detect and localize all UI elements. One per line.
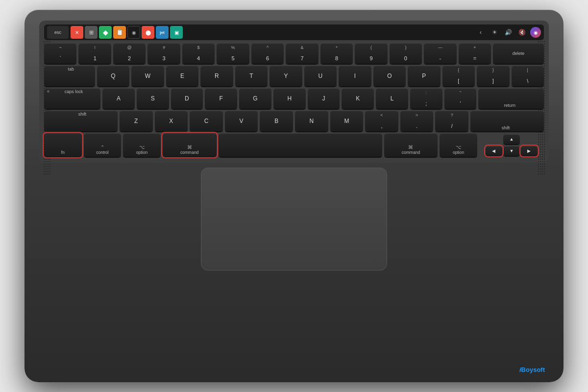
zxcv-row: shift Z X C V B N M <, >. ?/ shift xyxy=(44,111,544,131)
key-s[interactable]: S xyxy=(137,88,169,109)
key-h[interactable]: H xyxy=(273,88,306,109)
tb-record-icon[interactable]: ⬤ xyxy=(142,26,154,39)
key-b[interactable]: B xyxy=(260,111,293,131)
key-arrow-left[interactable]: ◀ xyxy=(486,146,502,156)
key-4[interactable]: $4 xyxy=(182,43,215,64)
key-1[interactable]: !1 xyxy=(78,43,111,64)
key-slash[interactable]: ?/ xyxy=(435,111,468,131)
key-3[interactable]: #3 xyxy=(147,43,180,64)
key-l[interactable]: L xyxy=(376,88,408,109)
key-delete[interactable]: delete xyxy=(493,43,544,64)
key-k[interactable]: K xyxy=(342,88,374,109)
key-e[interactable]: E xyxy=(166,66,198,86)
key-n[interactable]: N xyxy=(295,111,328,131)
key-r[interactable]: R xyxy=(200,66,233,86)
key-shift-left[interactable]: shift xyxy=(44,111,118,131)
key-g[interactable]: G xyxy=(239,88,271,109)
tb-teal-icon[interactable]: ▣ xyxy=(170,26,183,39)
trackpad-area xyxy=(39,168,549,377)
key-fn[interactable]: fn xyxy=(44,133,82,157)
key-y[interactable]: Y xyxy=(270,66,302,86)
key-w[interactable]: W xyxy=(131,66,164,86)
key-comma[interactable]: <, xyxy=(365,111,398,131)
key-j[interactable]: J xyxy=(308,88,340,109)
touchbar-app-icons: ✕ ⊞ ◆ 📋 ◉ ⬤ jet ▣ xyxy=(71,26,473,39)
key-command-right[interactable]: ⌘ command xyxy=(384,133,438,157)
key-arrow-right[interactable]: ▶ xyxy=(521,146,538,156)
tb-mute-icon[interactable]: 🔇 xyxy=(516,29,527,36)
key-period[interactable]: >. xyxy=(400,111,434,131)
key-7[interactable]: &7 xyxy=(286,43,318,64)
key-caps-lock[interactable]: caps lock xyxy=(44,88,100,109)
number-row: ~` !1 @2 #3 $4 %5 ^6 &7 xyxy=(44,43,544,64)
key-0[interactable]: )0 xyxy=(390,43,422,64)
key-z[interactable]: Z xyxy=(120,111,153,131)
key-c[interactable]: C xyxy=(190,111,223,131)
tb-brightness-icon[interactable]: ☀ xyxy=(489,29,500,36)
key-quote[interactable]: "' xyxy=(444,88,477,109)
key-control[interactable]: ⌃ control xyxy=(84,133,122,157)
key-2[interactable]: @2 xyxy=(113,43,146,64)
key-9[interactable]: (9 xyxy=(355,43,387,64)
key-8[interactable]: *8 xyxy=(320,43,353,64)
key-t[interactable]: T xyxy=(235,66,268,86)
laptop: // Will render via JS below esc ✕ ⊞ ◆ 📋 … xyxy=(24,10,564,382)
modifier-row: fn ⌃ control ⌥ option ⌘ xyxy=(44,133,544,157)
key-return[interactable]: return xyxy=(478,88,544,109)
key-f[interactable]: F xyxy=(205,88,237,109)
keyboard: esc ✕ ⊞ ◆ 📋 ◉ ⬤ jet ▣ ‹ ☀ 🔊 🔇 ◉ xyxy=(39,21,549,163)
key-a[interactable]: A xyxy=(102,88,135,109)
watermark: iBoysoft xyxy=(519,366,545,373)
key-option-right[interactable]: ⌥ option xyxy=(440,133,477,157)
key-arrow-up[interactable]: ▲ xyxy=(503,134,520,144)
key-d[interactable]: D xyxy=(171,88,203,109)
tb-chevron-icon[interactable]: ‹ xyxy=(475,29,486,36)
tb-notes-icon[interactable]: 📋 xyxy=(113,26,126,39)
asdf-row: caps lock A S D F G H J K L :; "' return xyxy=(44,88,544,109)
key-p[interactable]: P xyxy=(408,66,440,86)
key-q[interactable]: Q xyxy=(97,66,129,86)
key-bracket-r[interactable]: }] xyxy=(477,66,509,86)
key-bracket-l[interactable]: {[ xyxy=(442,66,475,86)
tb-leaf-icon[interactable]: ◆ xyxy=(99,26,112,39)
tb-jet-icon[interactable]: jet xyxy=(156,26,169,39)
key-6[interactable]: ^6 xyxy=(251,43,284,64)
qwerty-row: tab Q W E R T Y U I O P {[ }] |\ xyxy=(44,66,544,86)
key-space[interactable] xyxy=(219,133,382,157)
touch-bar: esc ✕ ⊞ ◆ 📋 ◉ ⬤ jet ▣ ‹ ☀ 🔊 🔇 ◉ xyxy=(44,24,544,40)
key-tilde[interactable]: ~` xyxy=(44,43,76,64)
key-option-left[interactable]: ⌥ option xyxy=(123,133,161,157)
key-shift-right[interactable]: shift xyxy=(470,111,544,131)
key-v[interactable]: V xyxy=(225,111,258,131)
caps-lock-led xyxy=(47,90,49,93)
tb-volume-icon[interactable]: 🔊 xyxy=(503,29,514,36)
key-o[interactable]: O xyxy=(373,66,406,86)
tb-circle-icon[interactable]: ◉ xyxy=(127,26,140,39)
key-backslash[interactable]: |\ xyxy=(512,66,544,86)
tb-close-icon[interactable]: ✕ xyxy=(71,26,83,39)
key-u[interactable]: U xyxy=(304,66,337,86)
key-i[interactable]: I xyxy=(339,66,371,86)
tb-grid-icon[interactable]: ⊞ xyxy=(85,26,98,39)
watermark-boysoft: Boysoft xyxy=(521,366,545,373)
key-command-left[interactable]: ⌘ command xyxy=(163,133,217,157)
trackpad[interactable] xyxy=(201,168,387,270)
key-x[interactable]: X xyxy=(155,111,188,131)
key-minus[interactable]: —- xyxy=(424,43,456,64)
key-5[interactable]: %5 xyxy=(217,43,249,64)
key-equals[interactable]: += xyxy=(459,43,491,64)
key-m[interactable]: M xyxy=(330,111,364,131)
key-arrow-down[interactable]: ▼ xyxy=(503,146,520,156)
key-semicolon[interactable]: :; xyxy=(410,88,442,109)
key-tab[interactable]: tab xyxy=(44,66,95,86)
